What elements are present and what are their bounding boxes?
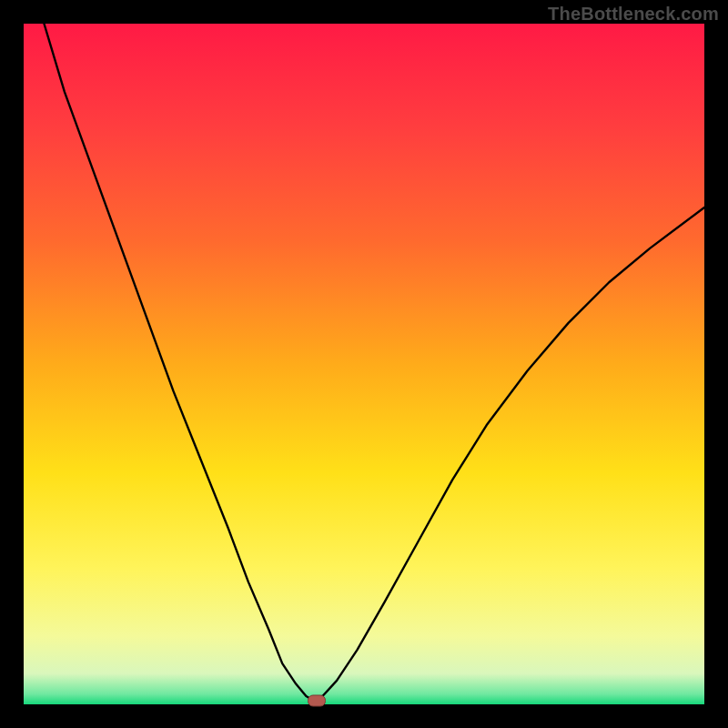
optimum-marker <box>308 694 326 706</box>
chart-stage: TheBottleneck.com <box>0 0 728 728</box>
chart-svg <box>24 24 704 704</box>
plot-area <box>24 24 704 704</box>
watermark-text: TheBottleneck.com <box>548 4 719 25</box>
gradient-background <box>24 24 704 704</box>
